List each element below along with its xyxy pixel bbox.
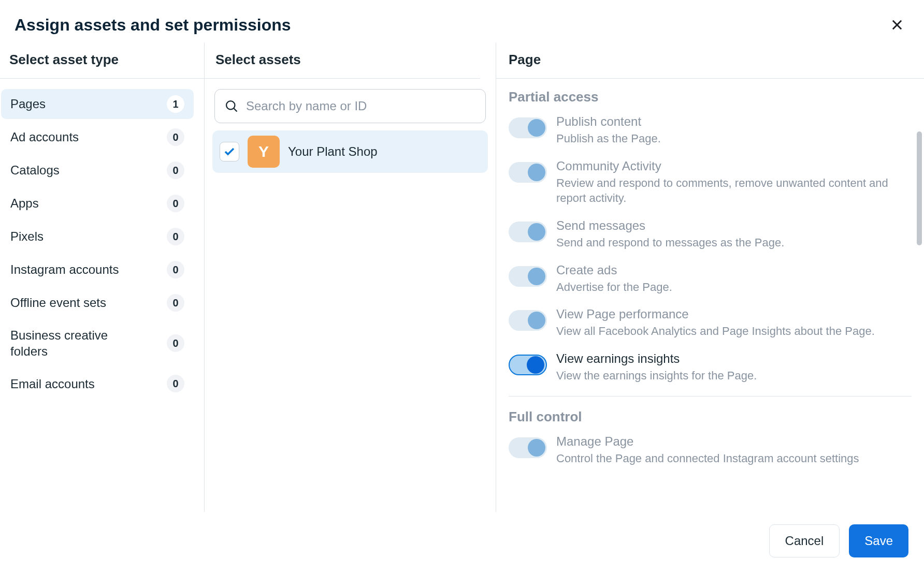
modal-header: Assign assets and set permissions (0, 0, 924, 42)
permission-desc: View the earnings insights for the Page. (556, 368, 912, 384)
asset-type-label: Catalogs (10, 162, 60, 178)
toggle-knob (528, 223, 545, 241)
search-icon (224, 99, 239, 113)
asset-checkbox[interactable] (220, 142, 239, 161)
search-wrap (214, 89, 486, 123)
permission-toggle[interactable] (509, 222, 547, 242)
permission-text: Publish contentPublish as the Page. (556, 114, 912, 146)
asset-type-label: Apps (10, 195, 39, 211)
toggle-knob (528, 439, 545, 457)
search-box[interactable] (214, 89, 486, 123)
cancel-button[interactable]: Cancel (769, 524, 840, 557)
divider (509, 396, 912, 396)
scrollbar-thumb[interactable] (917, 131, 922, 245)
check-icon (223, 145, 236, 158)
asset-name: Your Plant Shop (288, 144, 378, 159)
asset-type-header: Select asset type (0, 47, 204, 78)
toggle-knob (528, 164, 545, 181)
asset-type-list: Pages1Ad accounts0Catalogs0Apps0Pixels0I… (0, 79, 204, 402)
scrollbar[interactable] (917, 131, 922, 535)
permission-row: View earnings insightsView the earnings … (509, 351, 912, 384)
asset-item[interactable]: YYour Plant Shop (212, 130, 488, 173)
close-icon (890, 18, 904, 32)
permission-toggle[interactable] (509, 310, 547, 331)
asset-avatar: Y (248, 136, 280, 168)
asset-type-count: 0 (167, 195, 184, 212)
assets-column: Select assets YYour Plant Shop (204, 42, 496, 512)
permission-text: Send messagesSend and respond to message… (556, 218, 912, 251)
asset-type-count: 0 (167, 334, 184, 352)
asset-type-item[interactable]: Pixels0 (1, 222, 194, 252)
modal-footer: Cancel Save (0, 512, 924, 573)
permissions-column: Page Partial access Publish contentPubli… (496, 42, 924, 512)
asset-type-label: Instagram accounts (10, 261, 119, 277)
permission-text: Manage PageControl the Page and connecte… (556, 434, 912, 466)
asset-type-label: Business creative folders (10, 327, 145, 359)
asset-type-count: 0 (167, 161, 184, 179)
full-permissions-list: Manage PageControl the Page and connecte… (509, 434, 912, 466)
permission-title: Send messages (556, 218, 912, 233)
permission-row: Send messagesSend and respond to message… (509, 218, 912, 251)
asset-type-item[interactable]: Instagram accounts0 (1, 255, 194, 285)
permission-text: Create adsAdvertise for the Page. (556, 263, 912, 295)
permission-toggle[interactable] (509, 266, 547, 287)
toggle-knob (528, 119, 545, 137)
asset-type-item[interactable]: Business creative folders0 (1, 321, 194, 365)
asset-type-item[interactable]: Catalogs0 (1, 155, 194, 185)
permission-desc: Advertise for the Page. (556, 280, 912, 295)
permission-desc: Publish as the Page. (556, 131, 912, 146)
permission-row: Create adsAdvertise for the Page. (509, 263, 912, 295)
toggle-knob (528, 312, 545, 329)
permissions-scroll[interactable]: Partial access Publish contentPublish as… (496, 79, 924, 512)
asset-type-item[interactable]: Offline event sets0 (1, 288, 194, 318)
permission-desc: View all Facebook Analytics and Page Ins… (556, 324, 912, 339)
close-button[interactable] (885, 12, 909, 37)
permission-title: View Page performance (556, 307, 912, 321)
partial-permissions-list: Publish contentPublish as the Page.Commu… (509, 114, 912, 384)
asset-type-count: 0 (167, 261, 184, 278)
permission-text: View earnings insightsView the earnings … (556, 351, 912, 384)
asset-list: YYour Plant Shop (212, 130, 488, 173)
save-button[interactable]: Save (849, 524, 908, 557)
asset-type-count: 1 (167, 95, 184, 113)
permission-title: Publish content (556, 114, 912, 129)
search-input[interactable] (246, 99, 476, 113)
permission-desc: Send and respond to messages as the Page… (556, 235, 912, 251)
divider (205, 78, 480, 79)
permission-title: View earnings insights (556, 351, 912, 366)
permission-toggle[interactable] (509, 355, 547, 375)
permission-text: View Page performanceView all Facebook A… (556, 307, 912, 339)
assets-header: Select assets (212, 47, 488, 78)
asset-type-item[interactable]: Email accounts0 (1, 369, 194, 399)
permission-text: Community ActivityReview and respond to … (556, 159, 912, 206)
permission-row: Community ActivityReview and respond to … (509, 159, 912, 206)
permission-desc: Review and respond to comments, remove u… (556, 175, 912, 206)
asset-type-label: Pages (10, 96, 46, 112)
columns: Select asset type Pages1Ad accounts0Cata… (0, 42, 924, 512)
modal-title: Assign assets and set permissions (15, 16, 291, 35)
permission-title: Manage Page (556, 434, 912, 449)
asset-type-label: Offline event sets (10, 295, 106, 311)
permission-desc: Control the Page and connected Instagram… (556, 451, 912, 466)
permission-toggle[interactable] (509, 437, 547, 458)
permission-toggle[interactable] (509, 162, 547, 183)
partial-access-label: Partial access (509, 89, 912, 105)
asset-type-item[interactable]: Pages1 (1, 89, 194, 119)
svg-point-0 (226, 101, 235, 109)
asset-type-column: Select asset type Pages1Ad accounts0Cata… (0, 42, 204, 512)
permission-title: Community Activity (556, 159, 912, 173)
permission-row: Manage PageControl the Page and connecte… (509, 434, 912, 466)
permission-title: Create ads (556, 263, 912, 277)
asset-type-item[interactable]: Apps0 (1, 188, 194, 218)
asset-type-count: 0 (167, 375, 184, 392)
toggle-knob (528, 268, 545, 285)
asset-type-label: Ad accounts (10, 129, 79, 145)
asset-type-label: Email accounts (10, 376, 95, 392)
asset-type-label: Pixels (10, 228, 44, 244)
permissions-header: Page (496, 47, 924, 78)
asset-type-item[interactable]: Ad accounts0 (1, 122, 194, 152)
permission-toggle[interactable] (509, 117, 547, 138)
assign-assets-modal: Assign assets and set permissions Select… (0, 0, 924, 573)
full-control-label: Full control (509, 409, 912, 425)
permission-row: Publish contentPublish as the Page. (509, 114, 912, 146)
